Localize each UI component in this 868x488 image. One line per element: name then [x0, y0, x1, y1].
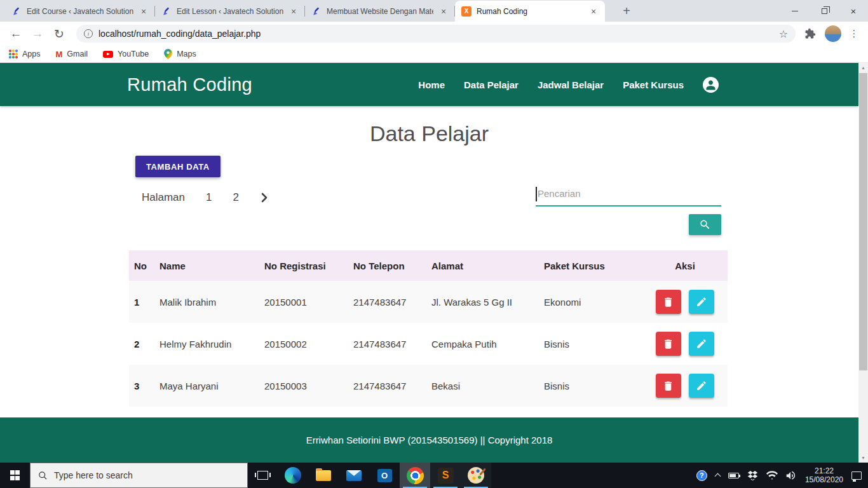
bookmark-youtube[interactable]: YouTube: [103, 50, 149, 58]
window-close-button[interactable]: ×: [839, 0, 868, 22]
edit-button[interactable]: [689, 374, 714, 398]
volume-icon[interactable]: [786, 471, 797, 480]
pagination-page-2[interactable]: 2: [233, 191, 239, 204]
task-view-button[interactable]: [248, 463, 278, 488]
pencil-icon: [696, 338, 707, 349]
cell-no: 3: [129, 365, 154, 407]
taskbar-edge[interactable]: [278, 463, 308, 488]
pagination-page-1[interactable]: 1: [206, 191, 212, 204]
column-header: Aksi: [642, 250, 728, 281]
cell-paket: Bisnis: [539, 323, 642, 365]
edit-button[interactable]: [689, 290, 714, 314]
text-caret: [536, 187, 537, 201]
javatech-favicon: [161, 6, 172, 17]
file-explorer-icon: [316, 470, 331, 481]
taskbar-search-icon: [38, 471, 48, 480]
taskbar-sublime[interactable]: S: [430, 463, 461, 488]
bookmarks-bar: Apps M Gmail YouTube Maps: [0, 46, 868, 63]
edit-button[interactable]: [689, 332, 714, 356]
system-tray: ? 21:22 15/08/2020: [696, 463, 868, 488]
cell-no: 1: [129, 281, 154, 323]
cell-registrasi: 20150003: [259, 365, 348, 407]
nav-link-jadwal-belajar[interactable]: Jadwal Belajar: [538, 79, 604, 90]
bookmark-star-icon[interactable]: ☆: [779, 28, 788, 40]
search-icon: [699, 219, 711, 231]
tray-expand-icon[interactable]: [714, 473, 721, 480]
taskbar-chrome[interactable]: [400, 463, 430, 488]
maps-pin-icon: [164, 49, 172, 59]
cell-registrasi: 20150001: [259, 281, 348, 323]
dropbox-icon[interactable]: [747, 471, 758, 480]
mail-icon: [346, 470, 362, 481]
reload-icon[interactable]: ↻: [50, 24, 69, 43]
tab-close-icon[interactable]: ×: [438, 6, 449, 17]
paint-icon: [468, 467, 484, 484]
window-restore-button[interactable]: [810, 0, 839, 22]
window-minimize-button[interactable]: [780, 0, 810, 22]
battery-icon[interactable]: [728, 473, 739, 478]
nav-link-home[interactable]: Home: [418, 79, 445, 90]
back-icon[interactable]: ←: [6, 24, 25, 43]
pagination-next-icon[interactable]: [260, 193, 269, 203]
start-button[interactable]: [0, 463, 30, 488]
extensions-puzzle-icon[interactable]: [801, 28, 820, 39]
tab[interactable]: Edit Course ‹ Javatech Solution —×: [5, 1, 155, 22]
youtube-icon: [103, 51, 113, 58]
tab-close-icon[interactable]: ×: [288, 6, 299, 17]
site-brand[interactable]: Rumah Coding: [127, 74, 252, 95]
search-button[interactable]: [689, 214, 721, 235]
trash-icon: [662, 338, 674, 350]
cell-alamat: Jl. Warakas 5 Gg II: [426, 281, 539, 323]
tab-close-icon[interactable]: ×: [588, 6, 599, 17]
bookmark-maps[interactable]: Maps: [164, 49, 196, 59]
tab[interactable]: Edit Lesson ‹ Javatech Solution —×: [155, 1, 305, 22]
delete-button[interactable]: [656, 374, 681, 398]
tab-active[interactable]: XRumah Coding×: [455, 1, 605, 22]
tab-title: Rumah Coding: [477, 7, 583, 16]
taskbar-search[interactable]: Type here to search: [30, 463, 248, 488]
taskbar-outlook[interactable]: O: [369, 463, 400, 488]
nav-link-paket-kursus[interactable]: Paket Kursus: [623, 79, 684, 90]
table-row: 2Helmy Fakhrudin201500022147483647Cempak…: [129, 323, 728, 365]
taskbar-paint[interactable]: [461, 463, 491, 488]
nav-link-data-pelajar[interactable]: Data Pelajar: [464, 79, 519, 90]
scroll-up-icon[interactable]: ▲: [858, 63, 868, 72]
edge-icon: [285, 467, 301, 484]
delete-button[interactable]: [656, 290, 681, 314]
column-header: Paket Kursus: [539, 250, 642, 281]
profile-avatar[interactable]: [825, 25, 841, 42]
bookmark-apps[interactable]: Apps: [9, 50, 41, 58]
account-icon[interactable]: [703, 77, 719, 93]
tab[interactable]: Membuat Website Dengan Mate×: [305, 1, 455, 22]
browser-tab-strip: Edit Course ‹ Javatech Solution —×Edit L…: [0, 0, 868, 22]
taskbar-explorer[interactable]: [308, 463, 339, 488]
tab-title: Edit Course ‹ Javatech Solution —: [27, 7, 133, 16]
page-scrollbar[interactable]: ▲ ▼: [858, 63, 868, 463]
scroll-down-icon[interactable]: ▼: [858, 453, 868, 463]
bookmark-label: YouTube: [118, 50, 149, 58]
address-bar[interactable]: i localhost/rumah_coding/data_pelajar.ph…: [76, 25, 796, 43]
tab-close-icon[interactable]: ×: [139, 6, 149, 17]
xampp-favicon: X: [461, 6, 471, 17]
task-view-icon: [257, 471, 268, 480]
help-icon[interactable]: ?: [696, 470, 707, 481]
wifi-icon[interactable]: [766, 471, 778, 480]
search-input[interactable]: [536, 181, 721, 207]
action-center-icon[interactable]: [851, 471, 862, 480]
site-info-icon[interactable]: i: [84, 29, 93, 38]
taskbar-clock[interactable]: 21:22 15/08/2020: [805, 466, 843, 484]
browser-menu-icon[interactable]: ⋮: [846, 28, 862, 39]
taskbar-mail[interactable]: [339, 463, 369, 488]
pagination: Halaman 1 2: [142, 188, 269, 207]
window-controls: ×: [780, 0, 868, 22]
url-text[interactable]: localhost/rumah_coding/data_pelajar.php: [98, 29, 779, 39]
windows-logo-icon: [10, 470, 20, 480]
table-row: 1Malik Ibrahim201500012147483647Jl. Wara…: [129, 281, 728, 323]
bookmark-gmail[interactable]: M Gmail: [56, 50, 88, 59]
new-tab-button[interactable]: +: [618, 2, 635, 20]
tambah-data-button[interactable]: TAMBAH DATA: [135, 156, 220, 177]
gmail-icon: M: [56, 50, 63, 59]
delete-button[interactable]: [656, 332, 681, 356]
cell-telepon: 2147483647: [348, 281, 426, 323]
scrollbar-thumb[interactable]: [859, 73, 867, 370]
